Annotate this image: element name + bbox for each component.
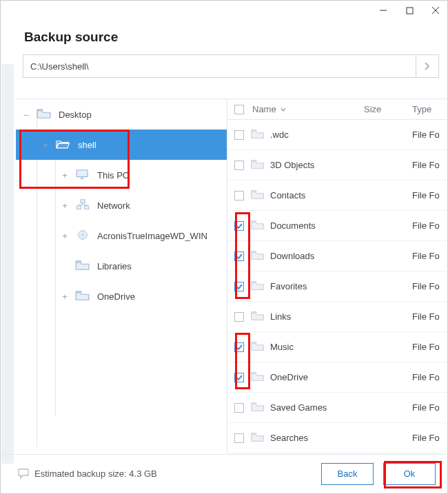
tree-expander[interactable]: – xyxy=(23,110,30,120)
tree-expander[interactable]: + xyxy=(61,291,68,302)
list-row[interactable]: ContactsFile Fo xyxy=(227,181,447,211)
tree-node-label: This PC xyxy=(97,170,129,181)
list-row[interactable]: DownloadsFile Fo xyxy=(227,241,447,271)
row-name: Downloads xyxy=(270,251,314,261)
folder-open-icon xyxy=(56,138,71,152)
list-row[interactable]: 3D ObjectsFile Fo xyxy=(227,150,447,181)
column-name-label: Name xyxy=(252,104,276,114)
tree-expander[interactable] xyxy=(61,261,68,271)
tree-expander[interactable]: + xyxy=(42,140,49,150)
row-name: Links xyxy=(270,311,291,322)
row-name: 3D Objects xyxy=(270,160,314,170)
row-type: File Fo xyxy=(412,130,447,140)
tree-node[interactable]: +Network xyxy=(16,190,227,220)
svg-rect-9 xyxy=(84,205,88,209)
row-checkbox[interactable] xyxy=(234,312,244,322)
folder-icon xyxy=(251,341,265,353)
list-row[interactable]: OneDriveFile Fo xyxy=(227,362,447,393)
row-name: OneDrive xyxy=(270,372,308,382)
path-go-button[interactable] xyxy=(416,54,439,78)
list-row[interactable]: Saved GamesFile Fo xyxy=(227,393,447,423)
row-checkbox[interactable] xyxy=(234,282,244,291)
column-size[interactable]: Size xyxy=(364,104,412,114)
file-list: Name Size Type .wdcFile Fo3D ObjectsFile… xyxy=(227,99,447,453)
folder-icon xyxy=(251,402,265,414)
svg-rect-8 xyxy=(77,205,81,209)
tree-node[interactable]: +shell xyxy=(16,130,227,160)
tree-expander[interactable]: + xyxy=(61,231,68,241)
column-type[interactable]: Type xyxy=(412,104,447,114)
tree-node[interactable]: +This PC xyxy=(16,160,227,190)
row-name: Searches xyxy=(270,433,308,443)
list-header: Name Size Type xyxy=(227,99,447,120)
row-checkbox[interactable] xyxy=(234,373,244,382)
list-row[interactable]: LinksFile Fo xyxy=(227,302,447,332)
window-close-button[interactable] xyxy=(431,6,440,15)
folder-icon xyxy=(251,220,265,232)
svg-rect-1 xyxy=(407,8,413,14)
list-row[interactable]: SearchesFile Fo xyxy=(227,423,447,453)
page-title: Backup source xyxy=(1,20,447,54)
disc-icon xyxy=(75,229,90,243)
folder-icon xyxy=(251,159,265,172)
row-checkbox[interactable] xyxy=(234,342,244,352)
network-icon xyxy=(75,199,90,212)
tree-node-label: shell xyxy=(78,140,96,150)
row-name: Documents xyxy=(270,220,316,231)
back-button[interactable]: Back xyxy=(321,463,374,485)
row-type: File Fo xyxy=(412,160,447,170)
folder-icon xyxy=(251,280,265,293)
folder-icon xyxy=(251,432,265,444)
tree-node[interactable]: Libraries xyxy=(16,251,227,281)
row-checkbox[interactable] xyxy=(234,130,244,140)
list-row[interactable]: .wdcFile Fo xyxy=(227,120,447,150)
tree-node[interactable]: +AcronisTrueImageWD_WIN xyxy=(16,220,227,251)
tree-node-label: Network xyxy=(97,200,130,211)
row-type: File Fo xyxy=(412,372,447,382)
list-row[interactable]: MusicFile Fo xyxy=(227,332,447,362)
sort-desc-icon xyxy=(281,107,286,112)
estimated-size: Estimated backup size: 4.3 GB xyxy=(12,469,312,479)
tree-expander[interactable]: + xyxy=(61,170,68,181)
row-checkbox[interactable] xyxy=(234,433,244,443)
left-strip xyxy=(1,64,14,464)
row-type: File Fo xyxy=(412,190,447,200)
row-checkbox[interactable] xyxy=(234,403,244,413)
row-type: File Fo xyxy=(412,342,447,352)
tree-node-label: OneDrive xyxy=(97,291,135,302)
row-type: File Fo xyxy=(412,281,447,291)
column-name[interactable]: Name xyxy=(251,104,364,114)
list-row[interactable]: FavoritesFile Fo xyxy=(227,271,447,302)
row-checkbox[interactable] xyxy=(234,191,244,200)
row-checkbox[interactable] xyxy=(234,161,244,170)
folder-icon xyxy=(251,371,265,384)
tree-expander[interactable]: + xyxy=(61,200,68,211)
svg-rect-7 xyxy=(81,199,85,203)
svg-rect-4 xyxy=(77,169,88,176)
tree-node[interactable]: +OneDrive xyxy=(16,281,227,311)
list-row[interactable]: DocumentsFile Fo xyxy=(227,211,447,241)
path-input[interactable]: C:\Users\shell\ xyxy=(23,54,416,78)
row-type: File Fo xyxy=(412,220,447,231)
row-name: .wdc xyxy=(270,130,289,140)
row-name: Music xyxy=(270,342,294,352)
ok-button[interactable]: Ok xyxy=(383,463,436,485)
tree-node-label: Desktop xyxy=(59,110,92,120)
row-name: Saved Games xyxy=(270,402,327,413)
tree-node[interactable]: –Desktop xyxy=(16,99,227,130)
chevron-right-icon xyxy=(425,62,430,70)
comment-icon xyxy=(18,469,30,480)
row-name: Favorites xyxy=(270,281,307,291)
folder-tree[interactable]: –Desktop+shell+This PC+Network+AcronisTr… xyxy=(16,99,227,453)
select-all-checkbox[interactable] xyxy=(234,105,244,114)
window-minimize-button[interactable] xyxy=(378,6,388,15)
folder-icon xyxy=(251,189,265,202)
row-name: Contacts xyxy=(270,190,305,200)
row-checkbox[interactable] xyxy=(234,221,244,231)
window-maximize-button[interactable] xyxy=(405,6,414,15)
tree-node-label: Libraries xyxy=(97,261,132,271)
folder-icon xyxy=(251,311,265,323)
row-type: File Fo xyxy=(412,433,447,443)
row-checkbox[interactable] xyxy=(234,251,244,261)
row-type: File Fo xyxy=(412,251,447,261)
